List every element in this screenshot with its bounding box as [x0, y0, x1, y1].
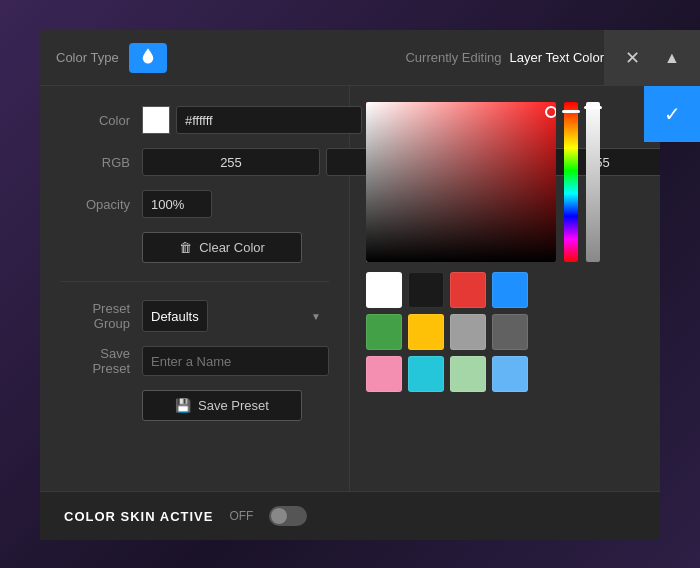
clear-color-label: Clear Color — [199, 240, 265, 255]
opacity-input[interactable] — [142, 190, 212, 218]
swatch-red[interactable] — [450, 272, 486, 308]
sat-gradient-black — [366, 102, 556, 262]
color-skin-toggle[interactable] — [269, 506, 307, 526]
opacity-bar[interactable] — [586, 102, 600, 262]
save-preset-name-row: Save Preset — [60, 346, 329, 376]
save-preset-btn-row: 💾 Save Preset — [60, 390, 329, 421]
preset-colors — [366, 272, 648, 392]
panel-body: Color RGB Opacity 🗑 — [40, 86, 660, 491]
hue-bar[interactable] — [564, 102, 578, 262]
opacity-indicator — [584, 106, 602, 109]
color-picker-area — [366, 102, 648, 262]
hex-input[interactable] — [176, 106, 362, 134]
sat-cursor — [545, 106, 556, 118]
save-preset-button[interactable]: 💾 Save Preset — [142, 390, 302, 421]
scroll-up-button[interactable]: ▲ — [644, 30, 700, 86]
color-type-button[interactable] — [129, 43, 167, 73]
droplet-icon — [139, 47, 157, 68]
swatch-light-blue[interactable] — [492, 356, 528, 392]
color-type-label: Color Type — [56, 50, 119, 65]
preset-group-select[interactable]: Defaults — [142, 300, 208, 332]
swatch-white[interactable] — [366, 272, 402, 308]
opacity-row: Opacity — [60, 190, 329, 218]
clear-color-row: 🗑 Clear Color — [60, 232, 329, 263]
clear-color-button[interactable]: 🗑 Clear Color — [142, 232, 302, 263]
color-picker-panel: Color Type Currently Editing Layer Text … — [40, 30, 660, 540]
color-preview — [142, 106, 170, 134]
rgb-r-input[interactable] — [142, 148, 320, 176]
preset-group-select-wrapper: Defaults — [142, 300, 329, 332]
color-label: Color — [60, 113, 130, 128]
swatch-green[interactable] — [366, 314, 402, 350]
left-controls: Color RGB Opacity 🗑 — [40, 86, 350, 491]
confirm-button[interactable]: ✓ — [644, 86, 700, 142]
hue-indicator — [562, 110, 580, 113]
toggle-thumb — [271, 508, 287, 524]
save-icon: 💾 — [175, 398, 191, 413]
preset-group-label: Preset Group — [60, 301, 130, 331]
swatch-pink[interactable] — [366, 356, 402, 392]
save-preset-label: Save Preset — [60, 346, 130, 376]
preset-name-input[interactable] — [142, 346, 329, 376]
rgb-row: RGB — [60, 148, 329, 176]
swatch-light-green[interactable] — [450, 356, 486, 392]
currently-editing-label: Currently Editing — [405, 50, 501, 65]
swatch-cyan[interactable] — [408, 356, 444, 392]
color-skin-active-label: COLOR SKIN ACTIVE — [64, 509, 213, 524]
side-buttons: ▲ ✓ — [644, 30, 700, 142]
swatch-yellow[interactable] — [408, 314, 444, 350]
color-row: Color — [60, 106, 329, 134]
checkmark-icon: ✓ — [664, 102, 681, 126]
rgb-label: RGB — [60, 155, 130, 170]
divider — [60, 281, 329, 282]
swatch-gray-dark[interactable] — [492, 314, 528, 350]
chevron-up-icon: ▲ — [664, 49, 680, 67]
right-picker — [350, 86, 660, 491]
opacity-label: Opacity — [60, 197, 130, 212]
panel-header: Color Type Currently Editing Layer Text … — [40, 30, 660, 86]
layer-text-color-value: Layer Text Color — [510, 50, 604, 65]
preset-group-row: Preset Group Defaults — [60, 300, 329, 332]
toggle-off-label: OFF — [229, 509, 253, 523]
panel-footer: COLOR SKIN ACTIVE OFF — [40, 491, 660, 540]
trash-icon: 🗑 — [179, 240, 192, 255]
swatch-gray-medium[interactable] — [450, 314, 486, 350]
save-preset-btn-label: Save Preset — [198, 398, 269, 413]
swatch-black[interactable] — [408, 272, 444, 308]
swatch-blue[interactable] — [492, 272, 528, 308]
saturation-area[interactable] — [366, 102, 556, 262]
